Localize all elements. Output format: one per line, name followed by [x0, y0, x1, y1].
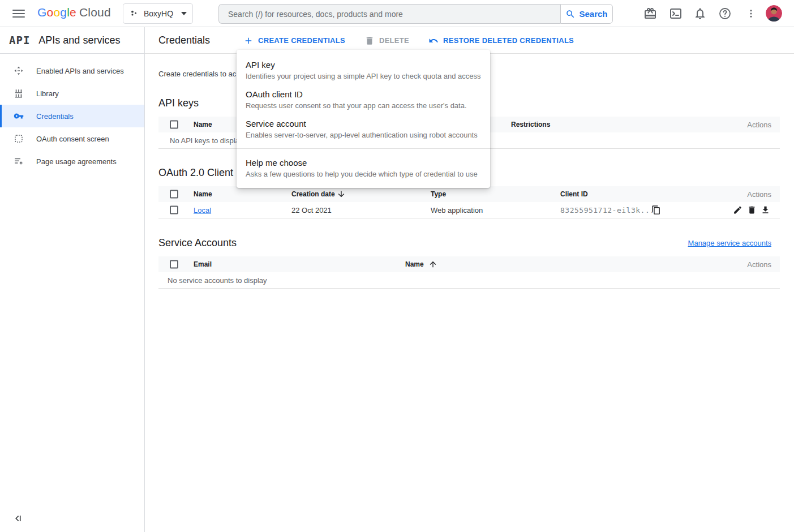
collapse-sidebar-icon[interactable] [12, 513, 24, 524]
menu-item-description: Requests user consent so that your app c… [246, 101, 481, 111]
logo-letter: o [53, 6, 60, 19]
column-header-email: Email [194, 260, 212, 268]
select-all-checkbox[interactable] [170, 260, 178, 269]
create-credentials-menu: API key Identifies your project using a … [237, 50, 490, 188]
arrow-down-icon[interactable] [337, 190, 346, 199]
service-accounts-heading: Service Accounts [158, 237, 237, 249]
google-cloud-logo[interactable]: GoogleCloud [37, 6, 111, 19]
create-credentials-label: CREATE CREDENTIALS [258, 36, 345, 45]
menu-item-service-account[interactable]: Service account Enables server-to-server… [237, 114, 490, 144]
sidebar-item-page-usage[interactable]: Page usage agreements [0, 150, 144, 173]
delete-label: DELETE [379, 36, 409, 45]
menu-item-title: Help me choose [246, 157, 481, 169]
sidebar-item-enabled-apis[interactable]: Enabled APIs and services [0, 59, 144, 82]
undo-icon [428, 36, 439, 46]
more-vert-icon[interactable] [746, 7, 756, 20]
sidebar-item-library[interactable]: Library [0, 82, 144, 105]
menu-divider [237, 148, 490, 149]
chevron-down-icon [181, 12, 187, 15]
sidebar-item-label: Enabled APIs and services [36, 67, 124, 75]
search-icon [565, 9, 576, 19]
logo-cloud-text: Cloud [79, 6, 111, 19]
logo-letter: G [37, 6, 47, 19]
menu-item-description: Identifies your project using a simple A… [246, 71, 481, 81]
column-header-name: Name [194, 190, 212, 198]
menu-item-help-me-choose[interactable]: Help me choose Asks a few questions to h… [237, 153, 490, 183]
search-button[interactable]: Search [560, 4, 613, 24]
sidebar-item-label: Page usage agreements [36, 157, 117, 166]
service-accounts-empty-row: No service accounts to display [158, 272, 780, 289]
row-checkbox[interactable] [170, 206, 178, 214]
help-icon[interactable] [718, 7, 732, 20]
top-bar: GoogleCloud BoxyHQ Search [0, 0, 794, 27]
oauth-clients-table: Name Creation date Type Client ID Action… [158, 186, 780, 218]
column-header-actions: Actions [747, 190, 771, 199]
menu-item-description: Asks a few questions to help you decide … [246, 169, 481, 179]
menu-item-title: API key [246, 59, 481, 71]
google-cloud-console: GoogleCloud BoxyHQ Search [0, 0, 794, 532]
arrow-up-icon[interactable] [428, 260, 437, 269]
library-icon [14, 88, 24, 98]
gift-icon[interactable] [643, 7, 657, 20]
manage-service-accounts-link[interactable]: Manage service accounts [688, 239, 771, 247]
restore-deleted-credentials-button[interactable]: RESTORE DELETED CREDENTIALS [428, 36, 574, 46]
service-accounts-table: Email Name Actions No service accounts t… [158, 256, 780, 289]
enabled-apis-icon [14, 66, 24, 76]
edit-icon[interactable] [733, 205, 743, 215]
oauth-client-creation-date: 22 Oct 2021 [291, 206, 332, 214]
select-all-checkbox[interactable] [170, 121, 178, 129]
select-all-checkbox[interactable] [170, 190, 178, 199]
column-header-creation-date[interactable]: Creation date [291, 190, 335, 198]
search-input[interactable] [218, 4, 560, 24]
sidebar-header: API APIs and services [0, 27, 144, 54]
sidebar: API APIs and services Enabled APIs and s… [0, 27, 145, 532]
column-header-actions: Actions [747, 121, 771, 129]
menu-icon[interactable] [12, 7, 25, 20]
sidebar-item-label: OAuth consent screen [36, 135, 109, 143]
notifications-icon[interactable] [693, 7, 707, 20]
sidebar-item-label: Credentials [36, 112, 74, 121]
copy-icon[interactable] [651, 205, 661, 215]
oauth-client-row: Local 22 Oct 2021 Web application 832559… [158, 202, 780, 218]
menu-item-title: OAuth client ID [246, 88, 481, 101]
cloud-shell-icon[interactable] [669, 7, 683, 20]
logo-letter: o [47, 6, 54, 19]
page-usage-icon [14, 156, 24, 166]
logo-letter: e [70, 6, 76, 19]
restore-label: RESTORE DELETED CREDENTIALS [443, 36, 574, 45]
avatar[interactable] [766, 5, 782, 22]
column-header-actions: Actions [747, 260, 771, 269]
delete-icon[interactable] [747, 205, 757, 215]
project-name: BoxyHQ [144, 9, 177, 18]
oauth-client-name-link[interactable]: Local [194, 206, 211, 214]
column-header-name[interactable]: Name [405, 260, 424, 268]
logo-letter: g [60, 6, 67, 19]
column-header-name: Name [194, 121, 212, 128]
oauth-table-header: Name Creation date Type Client ID Action… [158, 186, 780, 202]
service-accounts-table-header: Email Name Actions [158, 256, 780, 272]
page-title: Credentials [158, 35, 210, 46]
oauth-client-id-value: 83255951712-eil3k... [560, 206, 655, 214]
menu-item-oauth-client-id[interactable]: OAuth client ID Requests user consent so… [237, 85, 490, 114]
download-icon[interactable] [761, 205, 770, 215]
project-logo-icon [129, 8, 139, 19]
column-header-type: Type [431, 190, 446, 198]
plus-icon [243, 36, 254, 46]
api-product-logo: API [9, 34, 30, 46]
sidebar-item-credentials[interactable]: Credentials [0, 105, 144, 127]
delete-button[interactable]: DELETE [364, 36, 409, 46]
oauth-client-type: Web application [431, 206, 483, 214]
sidebar-item-oauth-consent[interactable]: OAuth consent screen [0, 127, 144, 150]
menu-item-title: Service account [246, 118, 481, 130]
menu-item-description: Enables server-to-server, app-level auth… [246, 130, 481, 140]
sidebar-title: APIs and services [38, 35, 120, 46]
search-bar: Search [218, 4, 613, 24]
oauth-consent-icon [14, 134, 24, 144]
menu-item-api-key[interactable]: API key Identifies your project using a … [237, 55, 490, 85]
project-selector[interactable]: BoxyHQ [123, 3, 193, 24]
column-header-restrictions: Restrictions [511, 121, 550, 128]
api-keys-empty-text: No API keys to display [170, 136, 243, 145]
column-header-client-id: Client ID [560, 190, 588, 198]
trash-icon [364, 36, 375, 46]
create-credentials-button[interactable]: CREATE CREDENTIALS [243, 36, 345, 46]
